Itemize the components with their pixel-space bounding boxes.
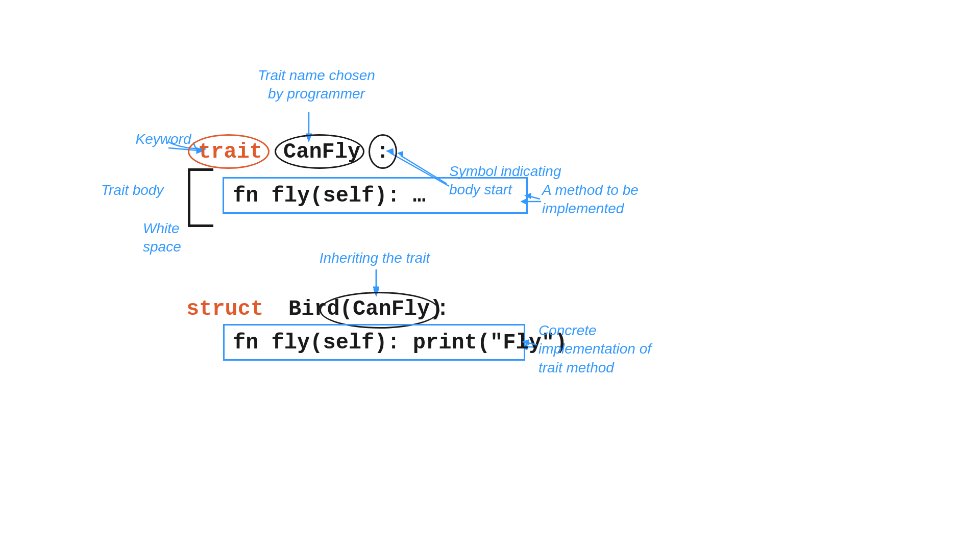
colon2-code: : <box>436 297 449 321</box>
whitespace-bracket <box>188 184 203 212</box>
concrete-annotation: Concreteimplementation oftrait method <box>538 321 697 377</box>
method-annotation: A method to beimplemented <box>542 181 680 218</box>
fn-fly-code: fn fly(self): … <box>233 184 426 208</box>
bird-canfly-ellipse <box>320 292 439 329</box>
fn-fly-impl-code: fn fly(self): print("Fly") <box>233 331 567 355</box>
colon-code: : <box>376 140 389 164</box>
canfly-code: CanFly <box>283 140 360 164</box>
trait-name-annotation: Trait name chosen by programmer <box>250 66 383 104</box>
svg-marker-14 <box>397 151 403 157</box>
trait-keyword: trait <box>198 140 262 164</box>
inheriting-annotation: Inheriting the trait <box>303 249 446 267</box>
diagram: Trait name chosen by programmer Keyword … <box>0 0 980 551</box>
trait-body-annotation: Trait body <box>101 181 178 199</box>
whitespace-annotation: Whitespace <box>143 219 209 257</box>
struct-keyword: struct <box>186 297 263 321</box>
arrows-svg <box>0 0 980 551</box>
